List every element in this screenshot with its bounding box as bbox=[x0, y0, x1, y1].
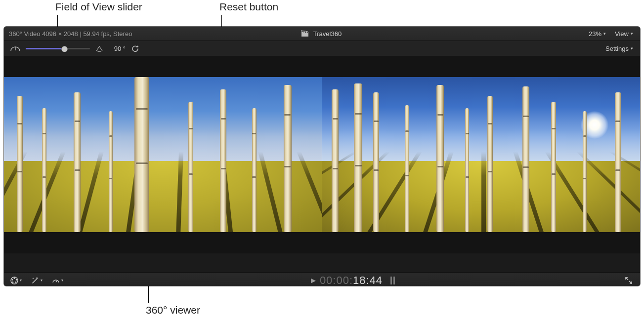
360-viewer[interactable] bbox=[4, 56, 322, 253]
fov-toolbar: 90 ° Settings ▾ bbox=[4, 41, 640, 56]
fov-slider-fill bbox=[26, 48, 64, 49]
chevron-down-icon: ▾ bbox=[61, 278, 63, 282]
retime-menu[interactable]: ▾ bbox=[51, 276, 63, 285]
zoom-value: 23% bbox=[589, 30, 601, 38]
chevron-down-icon: ▾ bbox=[41, 278, 43, 282]
chevron-down-icon: ▾ bbox=[631, 46, 633, 51]
svg-point-6 bbox=[11, 279, 13, 281]
play-button-icon[interactable]: ▶ bbox=[311, 277, 316, 284]
chevron-down-icon: ▾ bbox=[631, 31, 633, 36]
fov-slider[interactable] bbox=[26, 45, 90, 52]
callout-360-viewer: 360° viewer bbox=[146, 304, 200, 316]
equirect-viewer[interactable] bbox=[322, 56, 640, 253]
viewer-area bbox=[4, 56, 640, 253]
fov-slider-thumb[interactable] bbox=[61, 46, 68, 52]
svg-point-2 bbox=[14, 278, 15, 279]
clip-metadata: 360° Video 4096 × 2048 | 59.94 fps, Ster… bbox=[4, 30, 217, 38]
enhance-menu[interactable]: ▾ bbox=[31, 276, 43, 285]
view-menu[interactable]: View ▾ bbox=[615, 30, 633, 38]
scene-equirect bbox=[322, 77, 640, 232]
timecode-display[interactable]: 00:00:18:44 bbox=[320, 274, 383, 286]
clip-name: Travel360 bbox=[313, 30, 342, 38]
callout-reset-button: Reset button bbox=[219, 1, 278, 13]
audio-meter-icon bbox=[390, 277, 401, 284]
svg-point-3 bbox=[16, 279, 17, 281]
zoom-menu[interactable]: 23% ▾ bbox=[589, 30, 606, 38]
fov-gauge-wide-icon bbox=[10, 45, 21, 52]
spacer bbox=[4, 253, 640, 272]
svg-point-4 bbox=[15, 282, 17, 283]
svg-line-7 bbox=[56, 281, 57, 282]
chevron-down-icon: ▾ bbox=[603, 31, 606, 36]
clapperboard-icon bbox=[301, 29, 309, 38]
scene-360 bbox=[4, 77, 322, 232]
effects-menu[interactable]: ▾ bbox=[10, 276, 22, 285]
settings-menu[interactable]: Settings ▾ bbox=[605, 45, 633, 52]
fullscreen-button[interactable] bbox=[624, 276, 633, 285]
playback-bar: ▾ ▾ ▾ ▶ 00:00:18:44 bbox=[4, 272, 640, 286]
chevron-down-icon: ▾ bbox=[20, 278, 22, 282]
callout-fov-slider: Field of View slider bbox=[55, 1, 142, 13]
info-bar: 360° Video 4096 × 2048 | 59.94 fps, Ster… bbox=[4, 27, 640, 41]
fov-gauge-narrow-icon bbox=[95, 45, 104, 52]
viewer-window: 360° Video 4096 × 2048 | 59.94 fps, Ster… bbox=[4, 27, 640, 286]
svg-point-5 bbox=[12, 282, 14, 283]
reset-button[interactable] bbox=[130, 44, 139, 53]
fov-value[interactable]: 90 ° bbox=[109, 45, 126, 52]
